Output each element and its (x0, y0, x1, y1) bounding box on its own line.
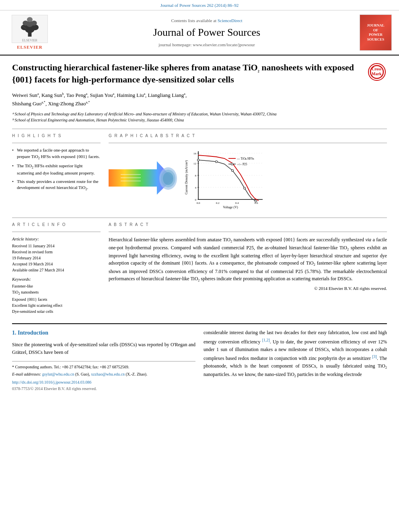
svg-point-5 (23, 21, 28, 25)
accepted-date: Accepted 19 March 2014 (12, 261, 101, 267)
svg-text:Current Density (mA/cm²): Current Density (mA/cm²) (185, 160, 188, 195)
article-history: Article history: Received 11 January 201… (12, 236, 101, 273)
introduction-section: 1. Introduction Since the pioneering wor… (12, 329, 387, 392)
journal-homepage-text: journal homepage: www.elsevier.com/locat… (54, 42, 360, 48)
article-info-divider (12, 232, 101, 232)
info-abstract-row: A R T I C L E I N F O Article history: R… (12, 222, 387, 318)
elsevier-brand-text: ELSEVIER (17, 44, 43, 50)
keyword-1: Fastener-like (12, 283, 101, 289)
affiliation-b: ᵇ School of Electrical Engineering and A… (12, 117, 387, 123)
intro-left-col: 1. Introduction Since the pioneering wor… (12, 329, 195, 392)
elsevier-tree-logo: ELSEVIER (12, 15, 48, 43)
article-title: Constructing hierarchical fastener-like … (12, 62, 367, 85)
graphical-abstract-divider (109, 143, 387, 143)
graphical-abstract-content: Current Density (mA/cm²) 0 4 8 12 16 (109, 147, 387, 212)
sciencedirect-link[interactable]: ScienceDirect (218, 18, 243, 23)
issn-line: 0378-7753/© 2014 Elsevier B.V. All right… (12, 386, 195, 392)
article-info-column: A R T I C L E I N F O Article history: R… (12, 222, 101, 318)
svg-text:12: 12 (193, 162, 197, 165)
section-number: 1. (12, 330, 16, 336)
svg-text:Voltage (V): Voltage (V) (223, 205, 238, 209)
graphical-abstract-label: G R A P H I C A L A B S T R A C T (109, 133, 387, 139)
highlights-column: H I G H L I G H T S We reported a facile… (12, 133, 101, 212)
svg-point-45 (255, 200, 257, 202)
svg-text:0.2: 0.2 (216, 201, 220, 205)
intro-paragraph-1: Since the pioneering work of dye-sensiti… (12, 341, 195, 356)
highlights-graphical-row: H I G H L I G H T S We reported a facile… (12, 133, 387, 212)
highlight-item-1: We reported a facile one-pot approach to… (12, 147, 101, 160)
available-date: Available online 27 March 2014 (12, 267, 101, 273)
email-link-1[interactable]: gsylut@whu.edu.cn (42, 372, 74, 376)
svg-text:4: 4 (195, 186, 197, 189)
footnote-email: E-mail addresses: gsylut@whu.edu.cn (S. … (12, 371, 195, 377)
section-divider-2 (12, 218, 387, 218)
highlights-list: We reported a facile one-pot approach to… (12, 147, 101, 191)
email-suffix-2: (X.-Z. Zhao). (125, 372, 147, 376)
ref-1-2[interactable]: [1,2] (262, 338, 270, 342)
section-title: Introduction (18, 330, 48, 336)
article-content: Constructing hierarchical fastener-like … (0, 55, 399, 398)
svg-text:8: 8 (195, 174, 197, 177)
section-divider-1 (12, 129, 387, 129)
introduction-heading: 1. Introduction (12, 329, 195, 337)
elsevier-logo: ELSEVIER ELSEVIER (6, 15, 54, 50)
abstract-text: Hierarchical fastener-like spheres assem… (109, 236, 387, 283)
history-label: Article history: (12, 236, 101, 242)
keyword-3: Exposed {001} facets (12, 296, 101, 302)
email-link-2[interactable]: xzzhao@whu.edu.cn (91, 372, 125, 376)
crossmark-badge[interactable]: Cross Mark (367, 62, 387, 82)
article-title-section: Constructing hierarchical fastener-like … (12, 62, 387, 85)
highlight-item-2: The TiO2 HFSs exhibit superior light sca… (12, 163, 101, 176)
svg-point-6 (31, 21, 37, 25)
received-date: Received 11 January 2014 (12, 243, 101, 249)
revised-date: Received in revised form19 February 2014 (12, 249, 101, 261)
journal-header: ELSEVIER ELSEVIER Contents lists availab… (0, 10, 399, 55)
highlights-divider (12, 143, 101, 143)
footnote-corresponding: * Corresponding authors. Tel.: +86 27 87… (12, 364, 195, 370)
jv-chart-container: Current Density (mA/cm²) 0 4 8 12 16 (184, 147, 387, 212)
svg-point-15 (163, 172, 173, 185)
doi-link[interactable]: http://dx.doi.org/10.1016/j.jpowsour.201… (12, 380, 91, 384)
keyword-2: TiO2 nanosheets (12, 289, 101, 296)
contents-available-line: Contents lists available at ScienceDirec… (54, 18, 360, 24)
svg-point-49 (231, 163, 233, 165)
keywords-label: Keywords: (12, 276, 101, 282)
journal-citation-banner: Journal of Power Sources 262 (2014) 86–9… (0, 0, 399, 10)
journal-name-heading: Journal of Power Sources (54, 25, 360, 40)
keywords-list: Fastener-like TiO2 nanosheets Exposed {0… (12, 283, 101, 314)
svg-point-41 (197, 159, 200, 161)
svg-text:–○– P25: –○– P25 (237, 162, 247, 166)
intro-paragraph-2: considerable interest during the last tw… (204, 329, 387, 379)
graphical-abstract-column: G R A P H I C A L A B S T R A C T (109, 133, 387, 212)
svg-text:0.0: 0.0 (197, 201, 200, 205)
svg-point-43 (232, 170, 234, 172)
ref-3[interactable]: [3] (372, 354, 377, 359)
svg-text:0.4: 0.4 (235, 201, 239, 205)
svg-text:— TiO₂ HFSs: — TiO₂ HFSs (237, 157, 254, 160)
svg-text:16: 16 (193, 152, 197, 155)
journal-citation-text: Journal of Power Sources 262 (2014) 86–9… (160, 3, 239, 8)
intro-right-col: considerable interest during the last tw… (204, 329, 387, 392)
doi-line[interactable]: http://dx.doi.org/10.1016/j.jpowsour.201… (12, 380, 195, 385)
svg-text:0: 0 (195, 198, 197, 201)
svg-point-42 (216, 161, 218, 163)
abstract-label: A B S T R A C T (109, 222, 387, 228)
nanosheet-image (109, 147, 181, 210)
tree-icon (14, 15, 46, 37)
highlight-item-3: This study provides a convenient route f… (12, 179, 101, 192)
copyright-text: © 2014 Elsevier B.V. All rights reserved… (109, 286, 387, 292)
contents-text: Contents lists available at (171, 18, 216, 23)
logo-caption: ELSEVIER (22, 38, 37, 43)
svg-text:Mark: Mark (372, 72, 382, 76)
footnote-area: * Corresponding authors. Tel.: +86 27 87… (12, 361, 195, 377)
crossmark-icon: Cross Mark (368, 63, 386, 81)
highlights-label: H I G H L I G H T S (12, 133, 101, 139)
keyword-5: Dye-sensitized solar cells (12, 308, 101, 314)
abstract-column: A B S T R A C T Hierarchical fastener-li… (109, 222, 387, 318)
jv-chart-svg: Current Density (mA/cm²) 0 4 8 12 16 (184, 147, 265, 210)
affiliations: ᵃ School of Physics and Technology and K… (12, 111, 387, 123)
email-label: E-mail addresses: (12, 372, 41, 376)
journal-logo-text: JOURNALOFPOWERSOURCES (367, 23, 385, 42)
keywords-section: Keywords: Fastener-like TiO2 nanosheets … (12, 276, 101, 314)
affiliation-a: ᵃ School of Physics and Technology and K… (12, 111, 387, 117)
